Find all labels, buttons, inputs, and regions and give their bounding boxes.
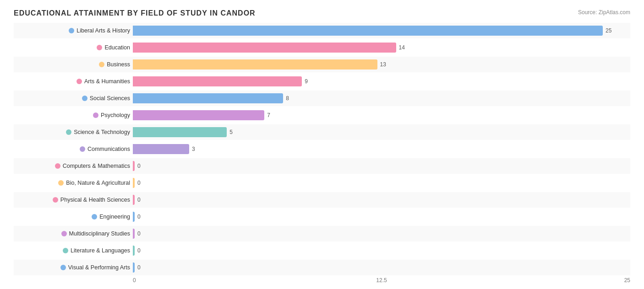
bar	[133, 93, 283, 103]
bar-row: Visual & Performing Arts0	[14, 260, 630, 275]
bar-row: Science & Technology5	[14, 124, 630, 140]
bar-label-container: Physical & Health Sciences	[14, 197, 133, 203]
category-dot	[61, 231, 67, 236]
category-label: Multidisciplinary Studies	[69, 230, 130, 237]
category-dot	[69, 28, 74, 33]
bar-label-container: Engineering	[14, 214, 133, 220]
bar-value: 9	[305, 78, 308, 85]
bar-label-container: Social Sciences	[14, 95, 133, 102]
bar-label-container: Science & Technology	[14, 129, 133, 135]
category-label: Computers & Mathematics	[63, 163, 130, 169]
category-dot	[97, 45, 102, 50]
category-dot	[53, 197, 58, 203]
category-dot	[63, 248, 68, 253]
bar	[133, 229, 135, 239]
bar-wrapper: 0	[133, 158, 630, 174]
bar-value: 7	[267, 112, 270, 118]
category-dot	[55, 163, 60, 169]
bar-label-container: Arts & Humanities	[14, 78, 133, 85]
chart-container: EDUCATIONAL ATTAINMENT BY FIELD OF STUDY…	[14, 9, 630, 289]
category-label: Literature & Languages	[71, 247, 130, 254]
category-label: Liberal Arts & History	[76, 27, 130, 34]
bar	[133, 110, 264, 120]
bar-value: 13	[380, 61, 386, 68]
bar-row: Multidisciplinary Studies0	[14, 226, 630, 241]
bar	[133, 144, 189, 154]
x-axis: 012.525	[133, 277, 630, 284]
bar-value: 0	[137, 197, 141, 203]
category-dot	[92, 214, 97, 219]
bar-wrapper: 14	[133, 40, 630, 55]
category-label: Social Sciences	[90, 95, 130, 102]
x-axis-label: 12.5	[299, 277, 464, 284]
bar-value: 0	[137, 214, 141, 220]
bar-wrapper: 9	[133, 74, 630, 89]
bar-label-container: Literature & Languages	[14, 247, 133, 254]
category-label: Science & Technology	[74, 129, 130, 135]
bar-value: 3	[192, 146, 195, 152]
bars-container: Liberal Arts & History25Education14Busin…	[14, 23, 630, 275]
bar-row: Bio, Nature & Agricultural0	[14, 175, 630, 191]
bar-wrapper: 5	[133, 124, 630, 140]
bar-value: 8	[286, 95, 289, 102]
bar-label-container: Communications	[14, 146, 133, 152]
bar-row: Psychology7	[14, 107, 630, 123]
bar	[133, 43, 396, 53]
bar-row: Computers & Mathematics0	[14, 158, 630, 174]
bar-wrapper: 0	[133, 209, 630, 225]
bar	[133, 161, 135, 171]
category-label: Engineering	[99, 214, 130, 220]
bar-value: 0	[137, 180, 141, 186]
bar-label-container: Visual & Performing Arts	[14, 264, 133, 271]
category-dot	[93, 112, 98, 118]
bar-wrapper: 8	[133, 91, 630, 106]
bar-wrapper: 0	[133, 260, 630, 275]
category-dot	[99, 62, 104, 67]
bar-label-container: Psychology	[14, 112, 133, 118]
bar-label-container: Bio, Nature & Agricultural	[14, 180, 133, 186]
bar	[133, 59, 377, 70]
x-axis-label: 25	[464, 277, 630, 284]
bar-value: 0	[137, 230, 141, 237]
bar-wrapper: 7	[133, 107, 630, 123]
category-dot	[58, 180, 64, 186]
bar	[133, 195, 135, 205]
bar-label-container: Education	[14, 44, 133, 51]
bar-label-container: Computers & Mathematics	[14, 163, 133, 169]
bar-row: Business13	[14, 57, 630, 72]
bar-wrapper: 13	[133, 57, 630, 72]
category-label: Education	[104, 44, 130, 51]
bar-wrapper: 3	[133, 141, 630, 157]
chart-area: Liberal Arts & History25Education14Busin…	[14, 23, 630, 289]
bar-value: 0	[137, 247, 141, 254]
bar-value: 14	[399, 44, 405, 51]
category-label: Visual & Performing Arts	[68, 264, 130, 271]
bar	[133, 178, 135, 188]
category-dot	[76, 79, 82, 84]
category-label: Communications	[87, 146, 130, 152]
category-label: Physical & Health Sciences	[60, 197, 130, 203]
bar-wrapper: 0	[133, 192, 630, 208]
bar-value: 0	[137, 264, 141, 271]
bar-row: Physical & Health Sciences0	[14, 192, 630, 208]
category-dot	[82, 96, 87, 101]
chart-title: EDUCATIONAL ATTAINMENT BY FIELD OF STUDY…	[14, 9, 256, 17]
bar-row: Literature & Languages0	[14, 243, 630, 258]
bar-label-container: Liberal Arts & History	[14, 27, 133, 34]
bar-row: Liberal Arts & History25	[14, 23, 630, 38]
bar-wrapper: 25	[133, 23, 630, 38]
bar-wrapper: 0	[133, 226, 630, 241]
bar-row: Arts & Humanities9	[14, 74, 630, 89]
bar	[133, 262, 135, 273]
bar	[133, 26, 603, 36]
category-label: Arts & Humanities	[84, 78, 130, 85]
category-dot	[66, 129, 71, 135]
bar-row: Education14	[14, 40, 630, 55]
bar-value: 5	[229, 129, 233, 135]
x-axis-label: 0	[133, 277, 299, 284]
category-dot	[80, 146, 85, 152]
bar-label-container: Multidisciplinary Studies	[14, 230, 133, 237]
bar-label-container: Business	[14, 61, 133, 68]
category-dot	[60, 265, 66, 270]
bar-row: Engineering0	[14, 209, 630, 225]
